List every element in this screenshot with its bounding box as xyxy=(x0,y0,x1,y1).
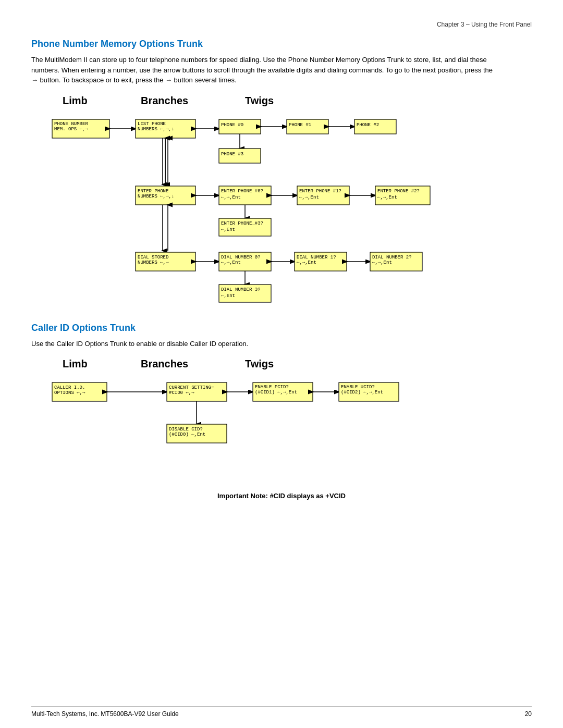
footer: Multi-Tech Systems, Inc. MT5600BA-V92 Us… xyxy=(31,707,532,718)
svg-text:(#CID0) ←,Ent: (#CID0) ←,Ent xyxy=(169,432,205,437)
svg-text:ENTER PHONE_#3?: ENTER PHONE_#3? xyxy=(221,221,263,226)
svg-text:DIAL NUMBER 2?: DIAL NUMBER 2? xyxy=(372,255,412,260)
svg-text:ENTER PHONE: ENTER PHONE xyxy=(138,189,168,194)
svg-text:ENTER PHONE #1?: ENTER PHONE #1? xyxy=(299,189,341,194)
svg-text:OPTIONS ←,→: OPTIONS ←,→ xyxy=(54,390,85,396)
svg-text:NUMBERS ←,→,↓: NUMBERS ←,→,↓ xyxy=(138,127,174,132)
svg-text:NUMBERS ←,→,↓: NUMBERS ←,→,↓ xyxy=(138,194,174,199)
branches-header-1: Branches xyxy=(141,95,245,107)
svg-text:#CID0   ←,→: #CID0 ←,→ xyxy=(169,390,194,396)
svg-text:PHONE #0: PHONE #0 xyxy=(221,122,243,128)
diagram1-svg: PHONE NUMBER MEM. OPS ←,→ LIST PHONE NUM… xyxy=(31,109,532,307)
svg-text:ENTER PHONE #2?: ENTER PHONE #2? xyxy=(377,189,420,194)
svg-text:PHONE #3: PHONE #3 xyxy=(221,152,243,157)
svg-text:ENABLE UCID?: ENABLE UCID? xyxy=(341,385,375,390)
svg-text:←,→,Ent: ←,→,Ent xyxy=(221,195,241,200)
diagram1: PHONE NUMBER MEM. OPS ←,→ LIST PHONE NUM… xyxy=(31,109,532,307)
section1-title: Phone Number Memory Options Trunk xyxy=(31,39,532,50)
important-note: Important Note: #CID displays as +VCID xyxy=(31,492,532,500)
diagram1-headers: Limb Branches Twigs xyxy=(31,95,532,107)
svg-text:←,→,Ent: ←,→,Ent xyxy=(221,260,241,265)
twigs-header-2: Twigs xyxy=(245,358,532,370)
svg-text:←,Ent: ←,Ent xyxy=(221,227,235,232)
svg-text:DIAL NUMBER 3?: DIAL NUMBER 3? xyxy=(221,287,261,292)
svg-text:MEM. OPS ←,→: MEM. OPS ←,→ xyxy=(54,127,88,132)
footer-right: 20 xyxy=(525,710,532,718)
section1-body: The MultiModem II can store up to four t… xyxy=(31,55,500,85)
section2-title: Caller ID Options Trunk xyxy=(31,323,532,334)
chapter-header: Chapter 3 – Using the Front Panel xyxy=(31,21,532,28)
page: Chapter 3 – Using the Front Panel Phone … xyxy=(0,0,563,728)
svg-text:(#CID2) ←,→,Ent: (#CID2) ←,→,Ent xyxy=(341,390,383,395)
svg-text:DIAL STORED: DIAL STORED xyxy=(138,255,168,260)
diagram2: CALLER I.D. OPTIONS ←,→ CURRENT SETTING=… xyxy=(31,372,532,476)
svg-text:(#CID1) ←,→,Ent: (#CID1) ←,→,Ent xyxy=(255,390,297,395)
svg-text:PHONE #1: PHONE #1 xyxy=(289,122,311,128)
svg-text:NUMBERS ←,→: NUMBERS ←,→ xyxy=(138,260,169,265)
svg-text:←,→,Ent: ←,→,Ent xyxy=(377,195,397,200)
svg-text:ENABLE FCID?: ENABLE FCID? xyxy=(255,385,289,390)
diagram2-headers: Limb Branches Twigs xyxy=(31,358,532,370)
svg-text:←,→,Ent: ←,→,Ent xyxy=(372,260,392,265)
svg-text:←,→,Ent: ←,→,Ent xyxy=(299,195,319,200)
svg-text:PHONE #2: PHONE #2 xyxy=(357,122,379,128)
svg-text:←,Ent: ←,Ent xyxy=(221,293,235,299)
section2-body: Use the Caller ID Options Trunk to enabl… xyxy=(31,339,500,349)
svg-text:DIAL NUMBER 0?: DIAL NUMBER 0? xyxy=(221,255,261,260)
footer-left: Multi-Tech Systems, Inc. MT5600BA-V92 Us… xyxy=(31,710,179,718)
twigs-header-1: Twigs xyxy=(245,95,532,107)
svg-text:LIST PHONE: LIST PHONE xyxy=(138,121,166,127)
chapter-title: Chapter 3 – Using the Front Panel xyxy=(437,21,532,28)
svg-text:CURRENT SETTING=: CURRENT SETTING= xyxy=(169,385,214,390)
limb-header-1: Limb xyxy=(63,95,141,107)
svg-text:ENTER PHONE #0?: ENTER PHONE #0? xyxy=(221,189,263,194)
svg-text:←,→,Ent: ←,→,Ent xyxy=(297,260,316,265)
svg-text:PHONE NUMBER: PHONE NUMBER xyxy=(54,121,88,127)
svg-text:DIAL NUMBER 1?: DIAL NUMBER 1? xyxy=(297,255,336,260)
branches-header-2: Branches xyxy=(141,358,245,370)
limb-header-2: Limb xyxy=(63,358,141,370)
svg-text:CALLER I.D.: CALLER I.D. xyxy=(54,385,85,390)
svg-text:DISABLE CID?: DISABLE CID? xyxy=(169,427,203,432)
diagram2-svg: CALLER I.D. OPTIONS ←,→ CURRENT SETTING=… xyxy=(31,372,532,476)
